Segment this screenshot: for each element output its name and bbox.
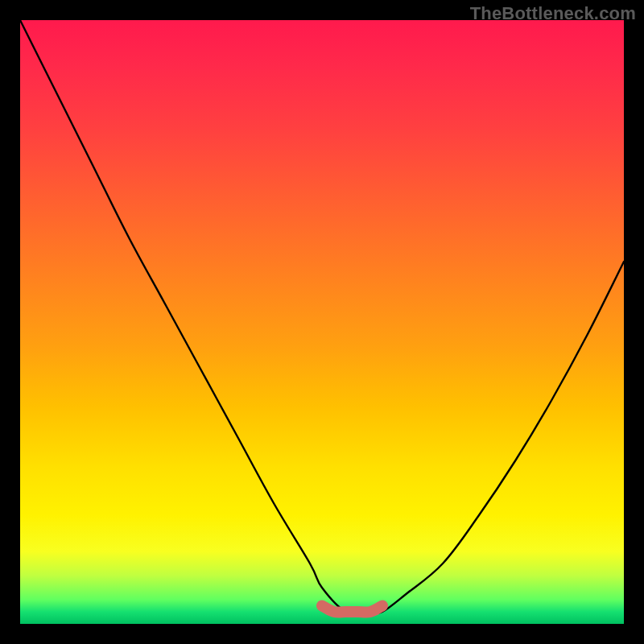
chart-frame: TheBottleneck.com <box>0 0 644 644</box>
optimal-band-path <box>322 606 382 613</box>
bottleneck-curve-path <box>20 20 624 613</box>
chart-svg <box>20 20 624 624</box>
watermark-label: TheBottleneck.com <box>470 3 636 24</box>
